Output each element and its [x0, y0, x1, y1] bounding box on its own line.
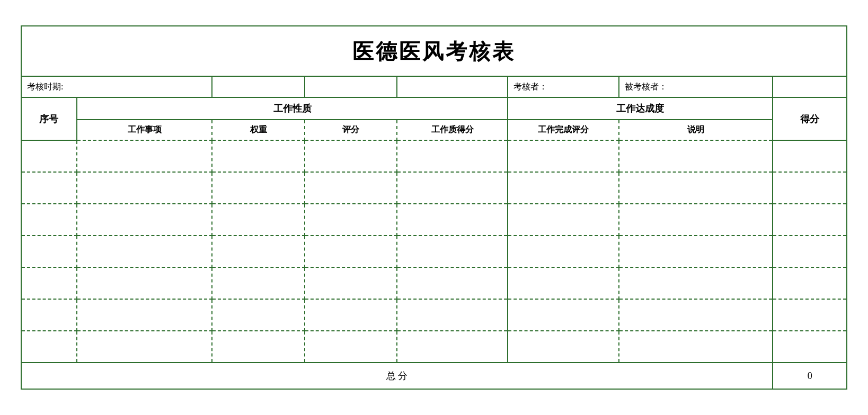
quality-score-cell	[397, 267, 508, 299]
seq-header: 序号	[21, 97, 77, 140]
work-item-cell	[77, 331, 212, 363]
table-row	[21, 331, 847, 363]
weight-cell	[212, 267, 304, 299]
quality-score-subheader: 工作质得分	[397, 120, 508, 140]
main-title: 医德医风考核表	[21, 25, 847, 76]
remark-cell	[619, 267, 773, 299]
work-nature-header: 工作性质	[77, 97, 508, 120]
table-row	[21, 204, 847, 236]
quality-score-cell	[397, 204, 508, 236]
work-item-cell	[77, 204, 212, 236]
seq-cell	[21, 331, 77, 363]
seq-cell	[21, 172, 77, 204]
rating-subheader: 评分	[305, 120, 397, 140]
rating-cell	[305, 331, 397, 363]
period-label: 考核时期:	[21, 76, 212, 97]
rating-cell	[305, 172, 397, 204]
remark-cell	[619, 331, 773, 363]
seq-cell	[21, 236, 77, 267]
seq-cell	[21, 267, 77, 299]
work-item-cell	[77, 172, 212, 204]
score-cell	[773, 140, 847, 172]
remark-cell	[619, 236, 773, 267]
seq-cell	[21, 140, 77, 172]
completion-cell	[508, 204, 618, 236]
quality-score-cell	[397, 172, 508, 204]
work-item-subheader: 工作事项	[77, 120, 212, 140]
remark-cell	[619, 172, 773, 204]
work-item-cell	[77, 299, 212, 331]
work-item-cell	[77, 140, 212, 172]
weight-cell	[212, 140, 304, 172]
quality-score-cell	[397, 140, 508, 172]
rating-cell	[305, 267, 397, 299]
work-item-cell	[77, 267, 212, 299]
remark-cell	[619, 204, 773, 236]
seq-cell	[21, 204, 77, 236]
completion-cell	[508, 331, 618, 363]
weight-cell	[212, 331, 304, 363]
work-achievement-header: 工作达成度	[508, 97, 773, 120]
score-cell	[773, 331, 847, 363]
rating-cell	[305, 299, 397, 331]
table-row	[21, 299, 847, 331]
main-table: 考核时期: 考核者： 被考核者： 序号 工作性质 工作达成度 得分 工作事项 权…	[21, 76, 847, 390]
rating-cell	[305, 140, 397, 172]
rating-cell	[305, 204, 397, 236]
total-row: 总 分 0	[21, 363, 847, 389]
table-row	[21, 236, 847, 267]
work-item-cell	[77, 236, 212, 267]
completion-subheader: 工作完成评分	[508, 120, 618, 140]
seq-cell	[21, 299, 77, 331]
reviewee-label: 被考核者：	[619, 76, 773, 97]
score-cell	[773, 299, 847, 331]
group-header-row: 序号 工作性质 工作达成度 得分	[21, 97, 847, 120]
table-row	[21, 267, 847, 299]
total-value: 0	[773, 363, 847, 389]
completion-cell	[508, 172, 618, 204]
weight-cell	[212, 236, 304, 267]
reviewer-label: 考核者：	[508, 76, 618, 97]
page-container: 医德医风考核表 考核时期: 考核者： 被考核者：	[21, 25, 847, 390]
completion-cell	[508, 236, 618, 267]
quality-score-cell	[397, 299, 508, 331]
remark-cell	[619, 299, 773, 331]
period-value-2	[305, 76, 397, 97]
weight-cell	[212, 204, 304, 236]
table-row	[21, 172, 847, 204]
info-row: 考核时期: 考核者： 被考核者：	[21, 76, 847, 97]
quality-score-cell	[397, 236, 508, 267]
total-label: 总 分	[21, 363, 773, 389]
period-value-3	[397, 76, 508, 97]
remark-subheader: 说明	[619, 120, 773, 140]
score-cell	[773, 172, 847, 204]
rating-cell	[305, 236, 397, 267]
weight-subheader: 权重	[212, 120, 304, 140]
weight-cell	[212, 172, 304, 204]
completion-cell	[508, 267, 618, 299]
reviewee-value	[773, 76, 847, 97]
table-row	[21, 140, 847, 172]
period-value-1	[212, 76, 304, 97]
remark-cell	[619, 140, 773, 172]
weight-cell	[212, 299, 304, 331]
score-header: 得分	[773, 97, 847, 140]
score-cell	[773, 236, 847, 267]
quality-score-cell	[397, 331, 508, 363]
completion-cell	[508, 140, 618, 172]
score-cell	[773, 267, 847, 299]
score-cell	[773, 204, 847, 236]
completion-cell	[508, 299, 618, 331]
sub-header-row: 工作事项 权重 评分 工作质得分 工作完成评分 说明	[21, 120, 847, 140]
